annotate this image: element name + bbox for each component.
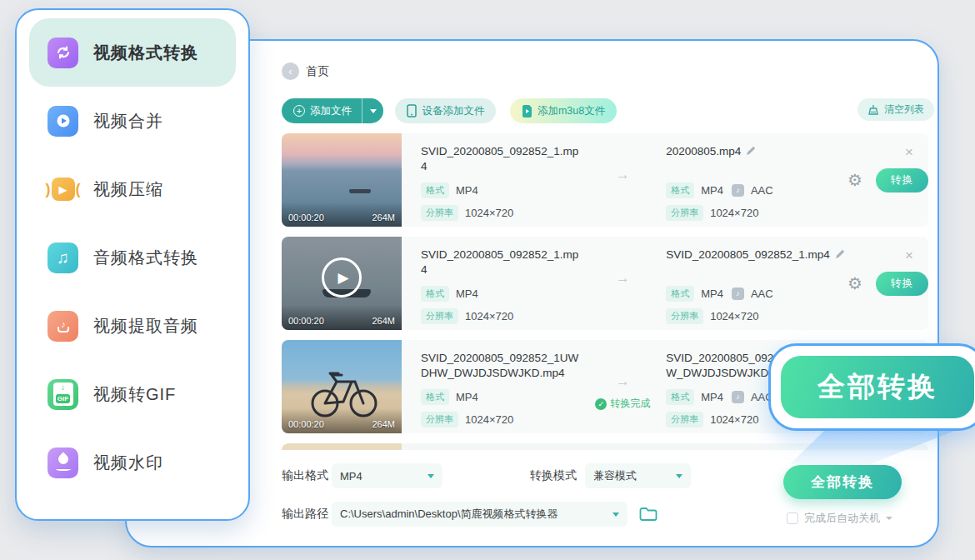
source-info: SVID_20200805_092852_1UWDHW_DWJDJSDWJKD.… (421, 340, 579, 433)
resolution-badge: 分辨率 (666, 412, 703, 428)
sidebar-item-video-to-gif[interactable]: ↓ GIF 视频转GIF (29, 360, 236, 428)
output-format-value: MP4 (340, 470, 422, 482)
table-row: ▶ 00:00:20 264M SVID_20200805_092852_1.m… (282, 237, 928, 330)
video-convert-icon (48, 38, 78, 68)
sidebar-item-label: 视频水印 (93, 452, 163, 474)
format-value: MP4 (701, 184, 723, 197)
add-m3u8-label: 添加m3u8文件 (538, 104, 605, 118)
format-badge: 格式 (666, 182, 694, 198)
gear-icon[interactable]: ⚙ (848, 172, 862, 188)
audio-codec-value: AAC (751, 288, 773, 300)
convert-button[interactable]: 转换 (876, 168, 928, 192)
video-thumbnail[interactable]: 00:00:20 264M (282, 340, 402, 433)
source-info: SVID_20200805_092852_1.mp4 格式 MP4 分辨率 10… (421, 133, 579, 227)
resolution-badge: 分辨率 (421, 205, 458, 221)
add-file-dropdown[interactable] (362, 98, 383, 123)
add-m3u8-button[interactable]: 添加m3u8文件 (510, 98, 617, 123)
sidebar-item-label: 视频格式转换 (93, 42, 198, 64)
format-badge: 格式 (421, 389, 449, 405)
convert-direction: → (579, 133, 666, 227)
sidebar-item-label: 视频压缩 (93, 178, 163, 201)
format-value: MP4 (456, 288, 478, 300)
gear-icon[interactable]: ⚙ (848, 275, 862, 292)
resolution-value: 1024×720 (710, 413, 758, 426)
output-path-label: 输出路径 (282, 507, 332, 522)
sidebar-item-extract-audio[interactable]: ♪ 视频提取音频 (29, 292, 236, 360)
video-size: 264M (372, 212, 395, 222)
edit-pencil-icon[interactable] (835, 249, 845, 259)
plus-icon: + (293, 105, 305, 117)
browse-folder-button[interactable] (639, 507, 658, 522)
resolution-badge: 分辨率 (421, 308, 458, 324)
sidebar-item-video-compress[interactable]: )▶( 视频压缩 (29, 155, 236, 223)
chevron-down-icon (370, 109, 377, 113)
boat-silhouette (349, 189, 371, 193)
auto-shutdown-checkbox[interactable] (787, 512, 798, 524)
convert-direction: → ✓ 转换完成 (579, 340, 666, 433)
arrow-right-icon: → (616, 167, 630, 183)
video-size: 264M (372, 316, 395, 326)
breadcrumb: ‹ 首页 (282, 62, 329, 80)
chevron-down-icon[interactable] (886, 517, 892, 520)
convert-mode-label: 转换模式 (530, 468, 585, 483)
source-filename: SVID_20200805_092852_1.mp4 (421, 248, 579, 279)
convert-button[interactable]: 转换 (876, 272, 928, 296)
source-filename: SVID_20200805_092852_1.mp4 (421, 144, 579, 176)
chevron-down-icon (428, 474, 434, 478)
convert-all-callout: 全部转换 (768, 343, 975, 431)
resolution-value: 1024×720 (710, 207, 758, 219)
clear-list-button[interactable]: 清空列表 (858, 98, 934, 121)
sidebar-item-video-merge[interactable]: 视频合并 (29, 87, 236, 155)
auto-shutdown-label: 完成后自动关机 (804, 511, 880, 526)
format-value: MP4 (456, 391, 478, 403)
format-value: MP4 (701, 391, 723, 403)
edit-pencil-icon[interactable] (746, 146, 756, 156)
device-add-file-label: 设备添加文件 (422, 104, 484, 118)
source-filename: SVID_20200805_092852_1UWDHW_DWJDJSDWJKD.… (421, 351, 579, 382)
sidebar-item-label: 视频合并 (93, 110, 163, 132)
arrow-right-icon: → (616, 270, 630, 287)
add-file-label: 添加文件 (310, 104, 352, 118)
close-icon[interactable]: × (905, 248, 913, 262)
add-file-button[interactable]: + 添加文件 (282, 98, 362, 123)
row-controls: ⚙ 转换 (848, 237, 928, 330)
resolution-value: 1024×720 (465, 413, 513, 426)
sidebar-item-video-convert[interactable]: 视频格式转换 (29, 18, 236, 87)
format-value: MP4 (456, 184, 478, 197)
row-controls: ⚙ 转换 (848, 133, 928, 227)
resolution-value: 1024×720 (465, 310, 513, 322)
convert-all-button-magnified[interactable]: 全部转换 (781, 356, 974, 418)
sidebar-item-audio-convert[interactable]: ♫ 音频格式转换 (29, 223, 236, 292)
video-thumbnail[interactable]: 00:00:20 264M (282, 133, 402, 227)
output-path-select[interactable]: C:\Users\admin\Desktop\简鹿视频格式转换器 (332, 502, 628, 527)
toolbar: + 添加文件 设备添加文件 添加m3u8文件 清空列表 (282, 98, 928, 123)
chevron-down-icon (612, 512, 619, 517)
resolution-badge: 分辨率 (666, 308, 703, 324)
output-format-label: 输出格式 (282, 468, 332, 483)
device-add-file-button[interactable]: 设备添加文件 (395, 98, 496, 123)
output-info: 20200805.mp4 格式 MP4 ♪ AAC 分辨率 1024×720 (666, 133, 846, 227)
audio-codec-icon: ♪ (732, 391, 744, 403)
breadcrumb-home: 首页 (306, 64, 329, 79)
phone-icon (407, 104, 417, 118)
m3u8-file-icon (522, 105, 532, 118)
back-button[interactable]: ‹ (282, 62, 299, 80)
video-merge-icon (48, 106, 78, 137)
audio-codec-value: AAC (751, 184, 773, 197)
convert-mode-select[interactable]: 兼容模式 (585, 463, 691, 488)
status-label: 转换完成 (610, 397, 650, 411)
check-circle-icon: ✓ (595, 398, 607, 410)
resolution-badge: 分辨率 (421, 412, 458, 428)
sidebar-item-watermark[interactable]: 视频水印 (29, 428, 236, 497)
close-icon[interactable]: × (905, 145, 913, 159)
output-format-select[interactable]: MP4 (332, 463, 442, 488)
audio-convert-icon: ♫ (48, 242, 78, 273)
video-size: 264M (372, 419, 395, 429)
convert-all-button[interactable]: 全部转换 (783, 465, 902, 499)
format-badge: 格式 (666, 389, 694, 405)
play-icon[interactable]: ▶ (322, 258, 362, 298)
video-thumbnail[interactable]: ▶ 00:00:20 264M (282, 237, 402, 330)
sidebar-item-label: 视频转GIF (93, 383, 176, 406)
resolution-value: 1024×720 (465, 207, 513, 219)
output-info: SVID_20200805_092852_1.mp4 格式 MP4 ♪ AAC … (666, 237, 846, 330)
